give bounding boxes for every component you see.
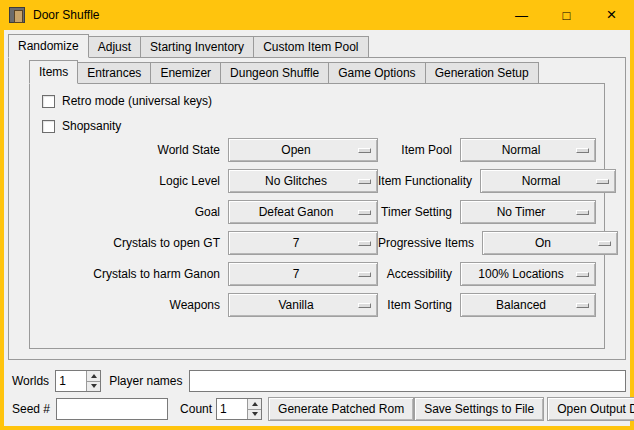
dropdown-indicator-icon bbox=[358, 303, 371, 308]
accessibility-value: 100% Locations bbox=[478, 267, 577, 281]
item-pool-dropdown[interactable]: Normal bbox=[460, 138, 596, 162]
minimize-button[interactable]: — bbox=[499, 0, 544, 30]
logic-level-dropdown[interactable]: No Glitches bbox=[228, 169, 378, 193]
spinner-arrows bbox=[86, 371, 100, 391]
titlebar[interactable]: Door Shuffle — □ × bbox=[0, 0, 634, 30]
tab-enemizer[interactable]: Enemizer bbox=[150, 62, 221, 84]
close-button[interactable]: × bbox=[589, 0, 634, 30]
option-row: Logic Level No Glitches Item Functionali… bbox=[30, 165, 604, 196]
dropdown-indicator-icon bbox=[576, 148, 589, 153]
generate-patched-rom-button[interactable]: Generate Patched Rom bbox=[268, 397, 414, 421]
goal-value: Defeat Ganon bbox=[259, 205, 348, 219]
tab-adjust[interactable]: Adjust bbox=[88, 36, 141, 58]
crystals-harm-ganon-dropdown[interactable]: 7 bbox=[228, 262, 378, 286]
count-input[interactable] bbox=[217, 399, 247, 419]
inner-tab-row: Items Entrances Enemizer Dungeon Shuffle… bbox=[29, 60, 539, 84]
shopsanity-label: Shopsanity bbox=[62, 119, 121, 133]
spin-up-icon[interactable] bbox=[87, 371, 100, 382]
tab-entrances[interactable]: Entrances bbox=[77, 62, 151, 84]
progressive-items-value: On bbox=[535, 236, 565, 250]
player-names-input[interactable] bbox=[189, 370, 627, 392]
weapons-value: Vanilla bbox=[278, 298, 327, 312]
worlds-input[interactable] bbox=[56, 371, 86, 391]
option-row: Crystals to open GT 7 Progressive Items … bbox=[30, 227, 604, 258]
open-output-directory-button[interactable]: Open Output Directory bbox=[547, 397, 634, 421]
door-shuffle-window: Door Shuffle — □ × Randomize Adjust Star… bbox=[0, 0, 634, 430]
option-row: Weapons Vanilla Item Sorting Balanced bbox=[30, 289, 604, 320]
randomize-pane: Items Entrances Enemizer Dungeon Shuffle… bbox=[8, 57, 626, 360]
dropdown-indicator-icon bbox=[358, 148, 371, 153]
window-body: Randomize Adjust Starting Inventory Cust… bbox=[4, 30, 630, 426]
progressive-items-label: Progressive Items bbox=[378, 236, 482, 250]
goal-label: Goal bbox=[30, 205, 228, 219]
dropdown-indicator-icon bbox=[358, 210, 371, 215]
retro-mode-row: Retro mode (universal keys) bbox=[42, 92, 212, 110]
item-functionality-dropdown[interactable]: Normal bbox=[480, 169, 616, 193]
accessibility-dropdown[interactable]: 100% Locations bbox=[460, 262, 596, 286]
crystals-harm-ganon-label: Crystals to harm Ganon bbox=[30, 267, 228, 281]
retro-mode-label: Retro mode (universal keys) bbox=[62, 94, 212, 108]
items-pane: Retro mode (universal keys) Shopsanity W… bbox=[29, 83, 605, 349]
tab-dungeon-shuffle[interactable]: Dungeon Shuffle bbox=[220, 62, 329, 84]
spinner-arrows bbox=[247, 399, 261, 419]
weapons-label: Weapons bbox=[30, 298, 228, 312]
seed-label: Seed # bbox=[12, 402, 50, 416]
dropdown-indicator-icon bbox=[358, 241, 371, 246]
option-row: Goal Defeat Ganon Timer Setting No Timer bbox=[30, 196, 604, 227]
worlds-label: Worlds bbox=[12, 374, 49, 388]
spin-down-icon[interactable] bbox=[248, 410, 261, 420]
spin-down-icon[interactable] bbox=[87, 382, 100, 392]
weapons-dropdown[interactable]: Vanilla bbox=[228, 293, 378, 317]
dropdown-indicator-icon bbox=[576, 272, 589, 277]
tab-starting-inventory[interactable]: Starting Inventory bbox=[140, 36, 254, 58]
maximize-button[interactable]: □ bbox=[544, 0, 589, 30]
window-controls: — □ × bbox=[499, 0, 634, 30]
dropdown-indicator-icon bbox=[358, 179, 371, 184]
dropdown-indicator-icon bbox=[598, 241, 611, 246]
count-label: Count bbox=[180, 402, 212, 416]
item-functionality-label: Item Functionality bbox=[378, 174, 480, 188]
app-icon[interactable] bbox=[9, 7, 25, 23]
crystals-open-gt-value: 7 bbox=[293, 236, 314, 250]
item-pool-value: Normal bbox=[502, 143, 555, 157]
item-sorting-value: Balanced bbox=[496, 298, 560, 312]
item-functionality-value: Normal bbox=[522, 174, 575, 188]
accessibility-label: Accessibility bbox=[378, 267, 460, 281]
timer-setting-dropdown[interactable]: No Timer bbox=[460, 200, 596, 224]
worlds-spinner[interactable] bbox=[55, 370, 101, 392]
world-state-value: Open bbox=[281, 143, 324, 157]
tab-randomize[interactable]: Randomize bbox=[8, 34, 89, 58]
save-settings-button[interactable]: Save Settings to File bbox=[414, 397, 544, 421]
logic-level-label: Logic Level bbox=[30, 174, 228, 188]
item-sorting-label: Item Sorting bbox=[378, 298, 460, 312]
dropdown-indicator-icon bbox=[358, 272, 371, 277]
logic-level-value: No Glitches bbox=[265, 174, 341, 188]
dropdown-indicator-icon bbox=[576, 303, 589, 308]
timer-setting-value: No Timer bbox=[497, 205, 560, 219]
goal-dropdown[interactable]: Defeat Ganon bbox=[228, 200, 378, 224]
option-rows: World State Open Item Pool Normal Logic … bbox=[30, 134, 604, 320]
shopsanity-row: Shopsanity bbox=[42, 117, 121, 135]
worlds-row: Worlds Player names bbox=[8, 370, 626, 392]
dropdown-indicator-icon bbox=[596, 179, 609, 184]
count-spinner[interactable] bbox=[216, 398, 262, 420]
option-row: Crystals to harm Ganon 7 Accessibility 1… bbox=[30, 258, 604, 289]
retro-mode-checkbox[interactable] bbox=[42, 95, 55, 108]
spin-up-icon[interactable] bbox=[248, 399, 261, 410]
progressive-items-dropdown[interactable]: On bbox=[482, 231, 618, 255]
tab-generation-setup[interactable]: Generation Setup bbox=[425, 62, 539, 84]
item-sorting-dropdown[interactable]: Balanced bbox=[460, 293, 596, 317]
outer-tab-row: Randomize Adjust Starting Inventory Cust… bbox=[8, 34, 369, 58]
item-pool-label: Item Pool bbox=[378, 143, 460, 157]
player-names-label: Player names bbox=[109, 374, 182, 388]
window-title: Door Shuffle bbox=[33, 8, 100, 22]
seed-input[interactable] bbox=[56, 398, 168, 420]
crystals-open-gt-label: Crystals to open GT bbox=[30, 236, 228, 250]
dropdown-indicator-icon bbox=[576, 210, 589, 215]
shopsanity-checkbox[interactable] bbox=[42, 120, 55, 133]
tab-game-options[interactable]: Game Options bbox=[328, 62, 425, 84]
tab-custom-item-pool[interactable]: Custom Item Pool bbox=[253, 36, 368, 58]
crystals-open-gt-dropdown[interactable]: 7 bbox=[228, 231, 378, 255]
tab-items[interactable]: Items bbox=[29, 60, 78, 84]
world-state-dropdown[interactable]: Open bbox=[228, 138, 378, 162]
